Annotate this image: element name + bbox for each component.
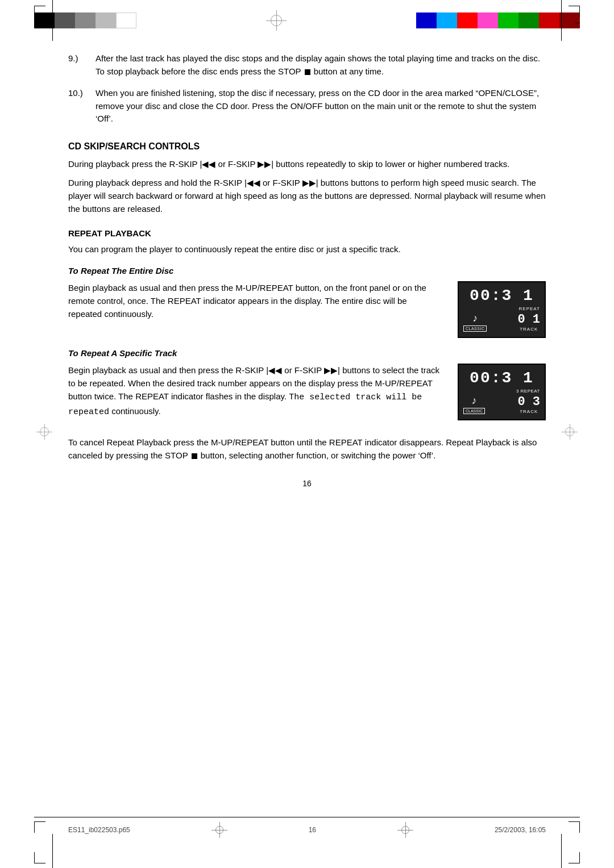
footer-content: ES11_ib022503.p65 16 25/2/2003, 16:05 (0, 817, 614, 842)
display-panel-1: 00:3 1 REPEAT ♪ CLASSIC 0 1 TRACK (458, 281, 546, 338)
vert-line-bottom-left (52, 834, 53, 868)
vert-line-left (52, 0, 53, 41)
entire-disc-row: Begin playback as usual and then press t… (68, 281, 546, 338)
cb-darkgreen (518, 12, 539, 28)
bc-tr (569, 821, 580, 833)
display1-track-num: 0 1 (517, 312, 540, 327)
cancel-repeat-p: To cancel Repeat Playback press the M-UP… (68, 436, 546, 462)
music-note-icon-2: ♪ (471, 395, 476, 407)
side-crosshair-left (36, 424, 52, 440)
footer-crosshair (211, 822, 227, 838)
cb-red (457, 12, 478, 28)
item9-text: After the last track has played the disc… (96, 52, 546, 78)
display1-repeat-label: REPEAT (519, 306, 540, 311)
cb-gray (75, 12, 96, 28)
color-bar-right (416, 12, 580, 28)
display2-time: 00:3 1 (470, 370, 534, 387)
color-bar-left (34, 12, 136, 28)
cd-skip-p1: During playback press the R-SKIP |◀◀ or … (68, 157, 546, 170)
cb-darkgray (55, 12, 75, 28)
footer: ES11_ib022503.p65 16 25/2/2003, 16:05 (0, 817, 614, 868)
repeat-playback-heading: REPEAT PLAYBACK (68, 228, 546, 238)
cb-lightgray (96, 12, 116, 28)
specific-track-text: Begin playback as usual and then press t… (68, 364, 441, 424)
top-bar (0, 0, 614, 41)
display1-time: 00:3 1 (470, 287, 534, 305)
footer-right: 25/2/2003, 16:05 (495, 826, 546, 834)
corner-mark-tr (569, 6, 580, 17)
cb-darkred (539, 12, 559, 28)
bc-br (569, 852, 580, 863)
tick-left (34, 23, 39, 23)
cb-magenta (478, 12, 498, 28)
cb-cyan (437, 12, 457, 28)
specific-track-heading: To Repeat A Specific Track (68, 348, 546, 358)
display1-track-label: TRACK (520, 327, 538, 332)
music-note-icon: ♪ (472, 312, 478, 324)
entire-disc-text: Begin playback as usual and then press t… (68, 281, 441, 327)
vert-line-right (561, 0, 562, 41)
footer-left: ES11_ib022503.p65 (68, 826, 130, 834)
tick-right (575, 23, 580, 23)
corner-mark-tl (34, 6, 45, 17)
display2-track-num: 0 3 (517, 395, 540, 409)
footer-crosshair-2 (397, 822, 413, 838)
crosshair-top (266, 10, 287, 31)
bc-bl (34, 852, 45, 863)
footer-center: 16 (309, 826, 316, 834)
entire-disc-heading: To Repeat The Entire Disc (68, 266, 546, 276)
cd-skip-p2: During playback depress and hold the R-S… (68, 176, 546, 216)
stop-icon-1 (305, 69, 310, 75)
cb-white (116, 12, 136, 28)
classic-badge-1: CLASSIC (463, 326, 487, 332)
item9-num: 9.) (68, 52, 96, 65)
display-panel-2: 00:3 1 3 REPEAT ♪ CLASSIC 0 3 TRACK (458, 364, 546, 420)
cb-blue (416, 12, 437, 28)
classic-badge-2: CLASSIC (463, 408, 485, 414)
page-number: 16 (68, 468, 546, 494)
list-item-9: 9.) After the last track has played the … (68, 52, 546, 78)
main-content: 9.) After the last track has played the … (0, 41, 614, 528)
display1-bottom: ♪ CLASSIC 0 1 TRACK (463, 312, 540, 332)
specific-track-row: Begin playback as usual and then press t… (68, 364, 546, 424)
side-crosshair-right (562, 424, 578, 440)
item10-text: When you are finished listening, stop th… (96, 87, 546, 126)
bc-tl (34, 821, 45, 833)
cb-green (498, 12, 518, 28)
display2-bottom: ♪ CLASSIC 0 3 TRACK (463, 395, 540, 414)
repeat-intro: You can program the player to continuous… (68, 243, 546, 256)
vert-line-bottom-right (561, 834, 562, 868)
display2-track-label: TRACK (520, 409, 538, 414)
item10-num: 10.) (68, 87, 96, 100)
stop-icon-2 (192, 453, 197, 459)
list-item-10: 10.) When you are finished listening, st… (68, 87, 546, 126)
cd-skip-heading: CD SKIP/SEARCH CONTROLS (68, 141, 546, 152)
display2-repeat-label: 3 REPEAT (516, 389, 540, 394)
